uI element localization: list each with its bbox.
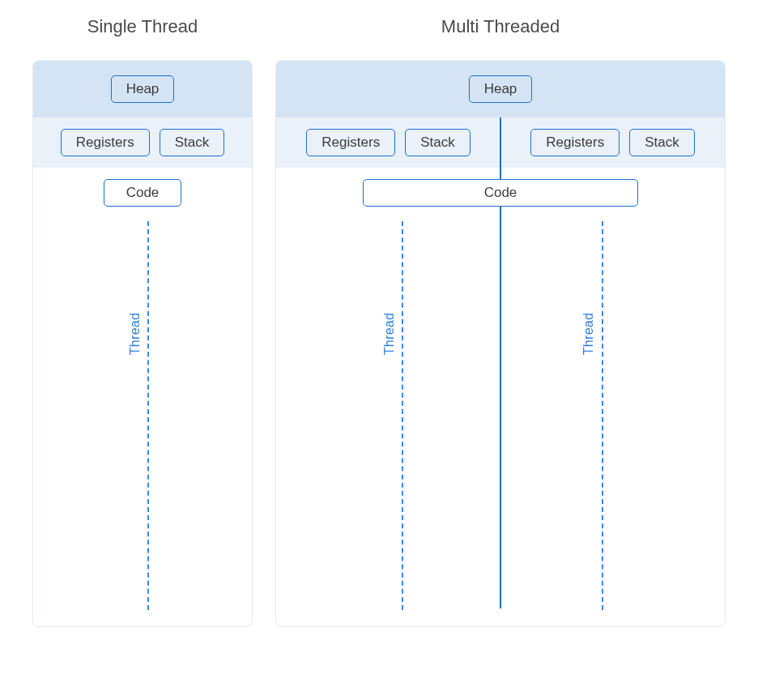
stack-box: Stack xyxy=(160,129,225,156)
heap-row-multi: Heap xyxy=(276,61,725,117)
stack-box: Stack xyxy=(405,129,471,156)
thread2-registers-group: Registers Stack xyxy=(500,129,725,156)
threads-area-single: Thread xyxy=(33,215,252,626)
registers-row-single: Registers Stack xyxy=(33,117,252,168)
heap-box: Heap xyxy=(469,75,533,103)
heap-box: Heap xyxy=(111,75,175,103)
thread-dashed-line xyxy=(402,221,403,610)
thread-dashed-line xyxy=(147,221,149,610)
heap-row-single: Heap xyxy=(33,61,252,117)
code-row-single: Code xyxy=(33,168,252,215)
code-row-multi: Code xyxy=(276,168,725,215)
thread1-registers-group: Registers Stack xyxy=(276,129,500,156)
stack-box: Stack xyxy=(629,129,695,156)
threads-area-multi: Thread Thread xyxy=(276,215,725,626)
code-box: Code xyxy=(104,179,181,207)
thread-dashed-line xyxy=(602,221,603,610)
registers-box: Registers xyxy=(61,129,150,156)
code-box: Code xyxy=(363,179,638,207)
titles-row: Single Thread Multi Threaded xyxy=(32,16,726,37)
thread-label: Thread xyxy=(380,309,399,360)
thread-lane: Thread xyxy=(147,215,149,610)
registers-box: Registers xyxy=(530,129,620,156)
thread-lane: Thread xyxy=(602,215,603,610)
registers-box: Registers xyxy=(306,129,395,156)
panels-row: Heap Registers Stack Code Thread He xyxy=(32,60,726,627)
panel-single-thread: Heap Registers Stack Code Thread xyxy=(32,60,253,627)
panel-multi-threaded: Heap Registers Stack Registers Stack xyxy=(275,60,726,627)
title-single-thread: Single Thread xyxy=(32,16,253,37)
registers-row-multi: Registers Stack Registers Stack xyxy=(276,117,725,168)
vertical-divider xyxy=(500,117,501,168)
thread-label: Thread xyxy=(579,309,598,360)
thread-lane: Thread xyxy=(402,215,403,610)
thread-label: Thread xyxy=(126,309,145,360)
threading-diagram: Single Thread Multi Threaded Heap Regist… xyxy=(0,0,758,700)
title-multi-threaded: Multi Threaded xyxy=(275,16,726,37)
vertical-divider xyxy=(500,215,501,608)
